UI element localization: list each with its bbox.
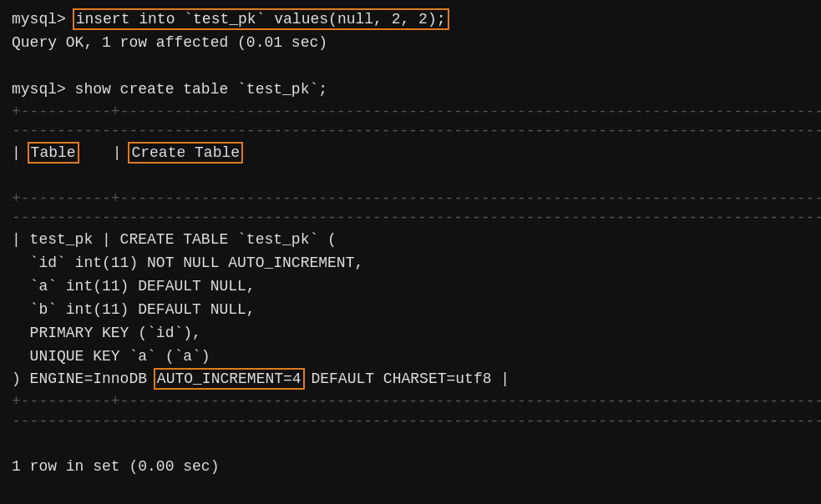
- query-ok-line: Query OK, 1 row affected (0.01 sec): [12, 32, 809, 55]
- blank-line-1: [12, 55, 809, 78]
- blank-line-2: [12, 165, 809, 189]
- table-header-col1: Table: [30, 144, 77, 161]
- insert-command-line: mysql> insert into `test_pk` values(null…: [12, 8, 809, 32]
- blank-line-3: [12, 432, 809, 456]
- data-row-unique: UNIQUE KEY `a` (`a`): [12, 345, 809, 369]
- terminal-window: mysql> insert into `test_pk` values(null…: [0, 0, 821, 504]
- divider-top-2: ----------------------------------------…: [12, 121, 809, 142]
- divider-bot-2: ----------------------------------------…: [12, 411, 809, 432]
- divider-mid-2: ----------------------------------------…: [12, 208, 809, 229]
- mysql-prompt-1: mysql>: [12, 11, 75, 28]
- auto-increment-highlight: AUTO_INCREMENT=4: [156, 370, 302, 387]
- divider-top: +----------+----------------------------…: [12, 102, 809, 123]
- data-row-pk: PRIMARY KEY (`id`),: [12, 322, 809, 345]
- divider-mid: +----------+----------------------------…: [12, 189, 809, 209]
- data-row-a: `a` int(11) DEFAULT NULL,: [12, 275, 809, 299]
- divider-bot: +----------+----------------------------…: [12, 391, 809, 412]
- data-row-start: | test_pk | CREATE TABLE `test_pk` (: [12, 229, 809, 252]
- data-row-b: `b` int(11) DEFAULT NULL,: [12, 299, 809, 322]
- engine-line: ) ENGINE=InnoDB AUTO_INCREMENT=4 DEFAULT…: [12, 368, 809, 391]
- insert-command-highlight: insert into `test_pk` values(null, 2, 2)…: [75, 11, 447, 28]
- show-create-line: mysql> show create table `test_pk`;: [12, 78, 809, 102]
- data-row-id: `id` int(11) NOT NULL AUTO_INCREMENT,: [12, 252, 809, 275]
- table-header-col2: Create Table: [130, 144, 241, 161]
- header-row: | Table | Create Table: [12, 142, 809, 165]
- result-line: 1 row in set (0.00 sec): [12, 456, 809, 479]
